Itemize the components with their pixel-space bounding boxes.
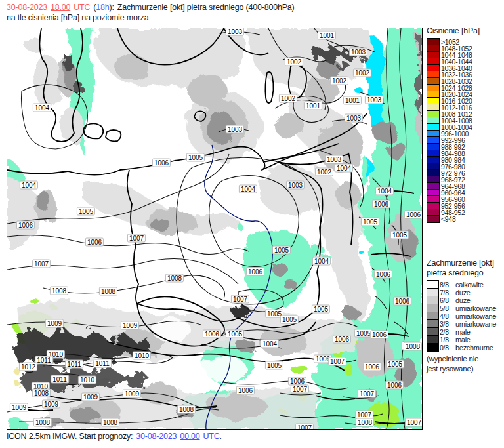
cloud-fraction-label: 0/8 bbox=[440, 344, 455, 352]
isobar-label: 1009 bbox=[81, 393, 100, 401]
cloud-amount-label: duze bbox=[455, 289, 471, 296]
cloud-fraction-label: 3/8 bbox=[440, 320, 455, 328]
pressure-legend-row: <948 bbox=[427, 215, 503, 222]
isobar-label: 1009 bbox=[123, 390, 141, 398]
isobar-label: 1008 bbox=[33, 418, 52, 427]
isobar-label: 1004 bbox=[239, 185, 257, 193]
isobar-label: 1001 bbox=[343, 96, 362, 105]
isobar-label: 1003 bbox=[349, 48, 368, 56]
map-title: Zachmurzenie [okt] pietra sredniego (400… bbox=[117, 3, 295, 12]
footer: ICON 2.5km IMGW. Start prognozy:30-08-20… bbox=[7, 432, 222, 441]
cloud-fraction-label: 8/8 bbox=[440, 281, 455, 289]
isobar-label: 1002 bbox=[353, 69, 371, 77]
isobar-label: 1006 bbox=[372, 200, 390, 209]
isobar-label: 1004 bbox=[312, 257, 331, 266]
isobar-label: 1004 bbox=[33, 104, 51, 112]
isobar-label: 1006 bbox=[385, 381, 404, 390]
cloud-amount-label: duze bbox=[455, 296, 471, 304]
pressure-legend: Cisnienie [hPa] >10521048-10521044-10481… bbox=[427, 26, 503, 222]
cloud-fraction-label: 2/8 bbox=[440, 328, 455, 336]
isobar-label: 1007 bbox=[358, 390, 376, 398]
isobar-label: 1011 bbox=[93, 359, 112, 368]
cloud-legend-note-line2: jest rysowane) bbox=[427, 364, 504, 374]
isobar-label: 1006 bbox=[333, 335, 351, 344]
run-start-utc: UTC bbox=[203, 432, 220, 441]
paren-close: ): bbox=[110, 3, 114, 12]
isobar-label: 1007 bbox=[295, 424, 314, 430]
cloud-amount-label: calkowite bbox=[455, 281, 484, 289]
cloud-fraction-label: 1/8 bbox=[440, 336, 455, 344]
isobar-label: 1007 bbox=[405, 418, 423, 427]
isobar-label: 1010 bbox=[133, 352, 151, 360]
isobar-label: 1006 bbox=[85, 238, 104, 247]
isobar-label: 1009 bbox=[10, 403, 28, 412]
cloud-legend-rows: 8/8calkowite7/8duze6/8duze5/8umiarkowane… bbox=[427, 280, 504, 352]
isobar-label: 1007 bbox=[231, 295, 249, 304]
isobar-label: 1010 bbox=[78, 376, 96, 384]
map-subtitle: na tle cisnienia [hPa] na poziomie morza bbox=[7, 12, 295, 23]
cloud-amount-label: umiarkowane bbox=[455, 312, 496, 320]
run-start-time: 00.00 bbox=[180, 432, 200, 441]
lead-hour: 18h bbox=[96, 3, 109, 12]
cloud-fraction-label: 6/8 bbox=[440, 296, 455, 304]
footer-period: . bbox=[220, 432, 222, 441]
isobar-label: 1003 bbox=[345, 114, 363, 123]
isobar-label: 1005 bbox=[272, 246, 291, 255]
isobar-label: 1005 bbox=[386, 360, 404, 369]
isobar-label: 1004 bbox=[20, 181, 38, 190]
isobar-label: 1006 bbox=[363, 363, 381, 371]
run-start-date: 30-08-2023 bbox=[136, 432, 177, 441]
isobar-label: 1008 bbox=[404, 342, 422, 351]
isobar-label: 1005 bbox=[361, 218, 379, 226]
cloud-swatch bbox=[427, 343, 439, 352]
isobar-label: 1006 bbox=[404, 211, 423, 219]
isobar-label: 1004 bbox=[375, 187, 394, 195]
isobar-label-layer: 1004100610051004100510061006100710071008… bbox=[7, 28, 422, 429]
isobar-label: 1005 bbox=[265, 361, 284, 370]
cloud-amount-label: bezchmurne bbox=[455, 344, 494, 352]
pressure-legend-rows: >10521048-10521044-10481040-10441036-104… bbox=[427, 38, 503, 222]
isobar-label: 1007 bbox=[291, 385, 309, 394]
utc-label: UTC bbox=[74, 3, 90, 12]
pressure-range-label: <948 bbox=[441, 215, 455, 223]
map-canvas: 1004100610051004100510061006100710071008… bbox=[7, 28, 423, 430]
isobar-label: 1006 bbox=[393, 297, 411, 306]
isobar-label: 1009 bbox=[45, 319, 64, 328]
isobar-label: 1009 bbox=[121, 321, 139, 330]
isobar-label: 1008 bbox=[50, 287, 68, 295]
isobar-label: 1005 bbox=[312, 305, 330, 314]
isobar-label: 1009 bbox=[42, 400, 60, 409]
isobar-label: 1001 bbox=[304, 102, 322, 110]
isobar-label: 1008 bbox=[177, 405, 196, 414]
cloud-amount-label: umiarkowane bbox=[455, 320, 496, 328]
isobar-label: 1005 bbox=[226, 330, 244, 338]
isobar-label: 1005 bbox=[186, 153, 205, 162]
cloud-fraction-label: 5/8 bbox=[440, 304, 455, 312]
cloud-legend-note-line1: (wypelnienie nie bbox=[427, 354, 504, 364]
isobar-label: 1011 bbox=[51, 375, 69, 384]
isobar-label: 1005 bbox=[280, 316, 299, 324]
isobar-label: 1006 bbox=[203, 330, 221, 338]
isobar-label: 1004 bbox=[261, 340, 279, 348]
cloud-legend-row: 0/8bezchmurne bbox=[427, 343, 504, 352]
isobar-label: 1011 bbox=[35, 356, 53, 365]
isobar-label: 1008 bbox=[32, 389, 51, 397]
isobar-label: 1004 bbox=[335, 164, 353, 173]
isobar-label: 1006 bbox=[152, 159, 171, 167]
isobar-label: 1001 bbox=[318, 31, 336, 40]
cloud-fraction-label: 7/8 bbox=[440, 289, 455, 296]
isobar-label: 1005 bbox=[77, 207, 95, 216]
isobar-label: 1008 bbox=[356, 418, 374, 427]
isobar-label: 1003 bbox=[226, 28, 244, 36]
cloud-fraction-label: 4/8 bbox=[440, 312, 455, 320]
cloud-legend: Zachmurzenie [okt] pietra sredniego 8/8c… bbox=[427, 258, 504, 374]
isobar-label: 1007 bbox=[32, 260, 51, 268]
isobar-label: 1003 bbox=[325, 155, 343, 164]
isobar-label: 1007 bbox=[328, 357, 346, 366]
cloud-amount-label: umiarkowane bbox=[455, 304, 496, 312]
isobar-label: 1003 bbox=[286, 181, 304, 190]
cloud-legend-title: Zachmurzenie [okt] bbox=[427, 258, 504, 268]
isobar-label: 1003 bbox=[365, 96, 383, 104]
isobar-label: 1002 bbox=[315, 168, 333, 176]
cloud-amount-label: male bbox=[455, 328, 471, 336]
